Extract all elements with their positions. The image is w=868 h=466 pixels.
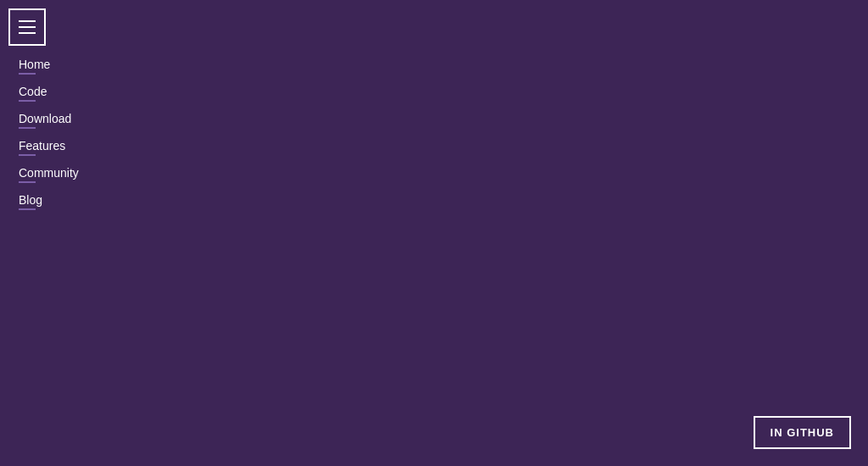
nav-item-community[interactable]: Community (8, 159, 89, 186)
main-nav: Home Code Download Features Community Bl… (0, 51, 89, 214)
nav-item-features[interactable]: Features (8, 132, 89, 159)
nav-item-code[interactable]: Code (8, 78, 89, 105)
nav-item-download[interactable]: Download (8, 105, 89, 132)
menu-toggle-button[interactable] (8, 8, 46, 46)
nav-item-blog[interactable]: Blog (8, 186, 89, 214)
github-button[interactable]: IN GITHUB (754, 416, 851, 449)
nav-item-home[interactable]: Home (8, 51, 89, 78)
hamburger-icon (19, 20, 36, 34)
